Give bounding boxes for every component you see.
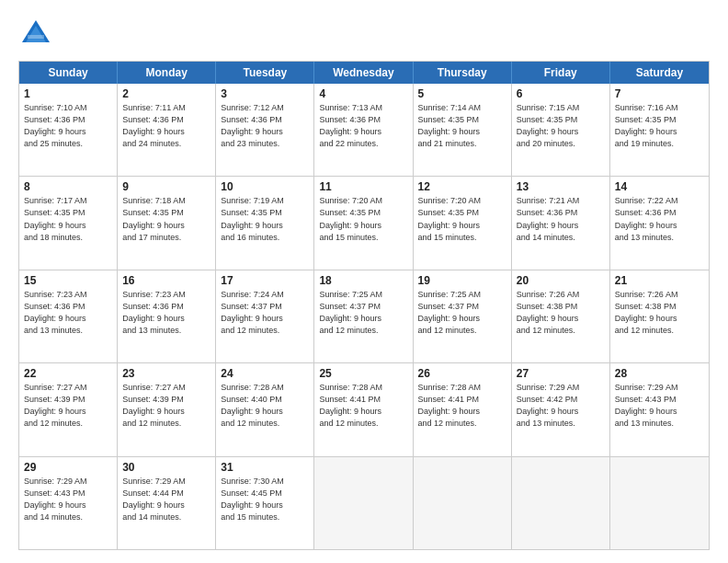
day-number: 24 [221, 367, 309, 380]
day-cell-9: 9Sunrise: 7:18 AM Sunset: 4:35 PM Daylig… [118, 177, 216, 269]
day-info: Sunrise: 7:10 AM Sunset: 4:36 PM Dayligh… [24, 102, 112, 150]
day-cell-22: 22Sunrise: 7:27 AM Sunset: 4:39 PM Dayli… [19, 363, 118, 455]
day-cell-17: 17Sunrise: 7:24 AM Sunset: 4:37 PM Dayli… [216, 270, 314, 362]
day-info: Sunrise: 7:29 AM Sunset: 4:43 PM Dayligh… [24, 476, 112, 523]
day-number: 9 [122, 180, 210, 193]
empty-cell [610, 457, 709, 549]
day-number: 14 [615, 180, 704, 193]
header-day-monday: Monday [118, 62, 216, 84]
day-number: 1 [24, 87, 112, 100]
day-info: Sunrise: 7:28 AM Sunset: 4:41 PM Dayligh… [319, 382, 407, 430]
day-info: Sunrise: 7:20 AM Sunset: 4:35 PM Dayligh… [319, 195, 407, 243]
day-number: 6 [517, 87, 605, 100]
day-cell-4: 4Sunrise: 7:13 AM Sunset: 4:36 PM Daylig… [314, 84, 413, 176]
day-number: 17 [221, 274, 309, 287]
day-info: Sunrise: 7:25 AM Sunset: 4:37 PM Dayligh… [418, 289, 506, 337]
day-number: 26 [418, 367, 506, 380]
calendar-week-5: 29Sunrise: 7:29 AM Sunset: 4:43 PM Dayli… [19, 457, 709, 549]
svg-rect-2 [28, 35, 44, 39]
day-info: Sunrise: 7:23 AM Sunset: 4:36 PM Dayligh… [122, 289, 210, 337]
logo-icon [18, 17, 53, 52]
calendar: SundayMondayTuesdayWednesdayThursdayFrid… [18, 61, 710, 550]
day-info: Sunrise: 7:30 AM Sunset: 4:45 PM Dayligh… [221, 476, 309, 523]
header-day-saturday: Saturday [610, 62, 709, 84]
day-info: Sunrise: 7:24 AM Sunset: 4:37 PM Dayligh… [221, 289, 309, 337]
day-info: Sunrise: 7:16 AM Sunset: 4:35 PM Dayligh… [615, 102, 704, 150]
day-number: 19 [418, 274, 506, 287]
day-cell-24: 24Sunrise: 7:28 AM Sunset: 4:40 PM Dayli… [216, 363, 314, 455]
day-cell-26: 26Sunrise: 7:28 AM Sunset: 4:41 PM Dayli… [414, 363, 512, 455]
header-day-tuesday: Tuesday [216, 62, 314, 84]
day-number: 23 [122, 367, 210, 380]
day-info: Sunrise: 7:27 AM Sunset: 4:39 PM Dayligh… [122, 382, 210, 430]
day-number: 5 [418, 87, 506, 100]
day-cell-23: 23Sunrise: 7:27 AM Sunset: 4:39 PM Dayli… [118, 363, 216, 455]
day-info: Sunrise: 7:17 AM Sunset: 4:35 PM Dayligh… [24, 195, 112, 243]
day-cell-21: 21Sunrise: 7:26 AM Sunset: 4:38 PM Dayli… [610, 270, 709, 362]
day-number: 13 [517, 180, 605, 193]
day-info: Sunrise: 7:25 AM Sunset: 4:37 PM Dayligh… [319, 289, 407, 337]
day-cell-11: 11Sunrise: 7:20 AM Sunset: 4:35 PM Dayli… [314, 177, 413, 269]
day-info: Sunrise: 7:23 AM Sunset: 4:36 PM Dayligh… [24, 289, 112, 337]
day-number: 16 [122, 274, 210, 287]
day-number: 12 [418, 180, 506, 193]
empty-cell [414, 457, 512, 549]
day-cell-7: 7Sunrise: 7:16 AM Sunset: 4:35 PM Daylig… [610, 84, 709, 176]
day-number: 11 [319, 180, 407, 193]
calendar-header: SundayMondayTuesdayWednesdayThursdayFrid… [19, 62, 709, 84]
header-day-thursday: Thursday [414, 62, 512, 84]
calendar-week-1: 1Sunrise: 7:10 AM Sunset: 4:36 PM Daylig… [19, 84, 709, 177]
day-cell-5: 5Sunrise: 7:14 AM Sunset: 4:35 PM Daylig… [414, 84, 512, 176]
day-cell-8: 8Sunrise: 7:17 AM Sunset: 4:35 PM Daylig… [19, 177, 118, 269]
day-info: Sunrise: 7:22 AM Sunset: 4:36 PM Dayligh… [615, 195, 704, 243]
day-cell-13: 13Sunrise: 7:21 AM Sunset: 4:36 PM Dayli… [512, 177, 610, 269]
day-number: 2 [122, 87, 210, 100]
calendar-body: 1Sunrise: 7:10 AM Sunset: 4:36 PM Daylig… [19, 84, 709, 549]
day-info: Sunrise: 7:11 AM Sunset: 4:36 PM Dayligh… [122, 102, 210, 150]
day-number: 25 [319, 367, 407, 380]
day-cell-19: 19Sunrise: 7:25 AM Sunset: 4:37 PM Dayli… [414, 270, 512, 362]
day-number: 8 [24, 180, 112, 193]
day-cell-16: 16Sunrise: 7:23 AM Sunset: 4:36 PM Dayli… [118, 270, 216, 362]
day-number: 27 [517, 367, 605, 380]
day-number: 7 [615, 87, 704, 100]
day-info: Sunrise: 7:13 AM Sunset: 4:36 PM Dayligh… [319, 102, 407, 150]
day-info: Sunrise: 7:19 AM Sunset: 4:35 PM Dayligh… [221, 195, 309, 243]
day-number: 18 [319, 274, 407, 287]
day-info: Sunrise: 7:26 AM Sunset: 4:38 PM Dayligh… [615, 289, 704, 337]
day-number: 21 [615, 274, 704, 287]
day-number: 20 [517, 274, 605, 287]
day-number: 10 [221, 180, 309, 193]
day-cell-15: 15Sunrise: 7:23 AM Sunset: 4:36 PM Dayli… [19, 270, 118, 362]
header [18, 17, 710, 52]
header-day-sunday: Sunday [19, 62, 118, 84]
day-cell-14: 14Sunrise: 7:22 AM Sunset: 4:36 PM Dayli… [610, 177, 709, 269]
day-info: Sunrise: 7:29 AM Sunset: 4:42 PM Dayligh… [517, 382, 605, 430]
day-number: 30 [122, 461, 210, 474]
day-cell-18: 18Sunrise: 7:25 AM Sunset: 4:37 PM Dayli… [314, 270, 413, 362]
day-info: Sunrise: 7:12 AM Sunset: 4:36 PM Dayligh… [221, 102, 309, 150]
day-cell-31: 31Sunrise: 7:30 AM Sunset: 4:45 PM Dayli… [216, 457, 314, 549]
day-cell-2: 2Sunrise: 7:11 AM Sunset: 4:36 PM Daylig… [118, 84, 216, 176]
day-number: 3 [221, 87, 309, 100]
day-info: Sunrise: 7:21 AM Sunset: 4:36 PM Dayligh… [517, 195, 605, 243]
day-info: Sunrise: 7:28 AM Sunset: 4:40 PM Dayligh… [221, 382, 309, 430]
day-cell-29: 29Sunrise: 7:29 AM Sunset: 4:43 PM Dayli… [19, 457, 118, 549]
empty-cell [512, 457, 610, 549]
day-cell-27: 27Sunrise: 7:29 AM Sunset: 4:42 PM Dayli… [512, 363, 610, 455]
day-cell-25: 25Sunrise: 7:28 AM Sunset: 4:41 PM Dayli… [314, 363, 413, 455]
day-info: Sunrise: 7:29 AM Sunset: 4:44 PM Dayligh… [122, 476, 210, 523]
day-number: 28 [615, 367, 704, 380]
day-cell-30: 30Sunrise: 7:29 AM Sunset: 4:44 PM Dayli… [118, 457, 216, 549]
calendar-week-4: 22Sunrise: 7:27 AM Sunset: 4:39 PM Dayli… [19, 363, 709, 456]
day-info: Sunrise: 7:29 AM Sunset: 4:43 PM Dayligh… [615, 382, 704, 430]
day-number: 22 [24, 367, 112, 380]
day-cell-28: 28Sunrise: 7:29 AM Sunset: 4:43 PM Dayli… [610, 363, 709, 455]
day-cell-1: 1Sunrise: 7:10 AM Sunset: 4:36 PM Daylig… [19, 84, 118, 176]
day-cell-20: 20Sunrise: 7:26 AM Sunset: 4:38 PM Dayli… [512, 270, 610, 362]
day-cell-3: 3Sunrise: 7:12 AM Sunset: 4:36 PM Daylig… [216, 84, 314, 176]
day-cell-6: 6Sunrise: 7:15 AM Sunset: 4:35 PM Daylig… [512, 84, 610, 176]
logo [18, 17, 57, 52]
header-day-friday: Friday [512, 62, 610, 84]
day-info: Sunrise: 7:28 AM Sunset: 4:41 PM Dayligh… [418, 382, 506, 430]
